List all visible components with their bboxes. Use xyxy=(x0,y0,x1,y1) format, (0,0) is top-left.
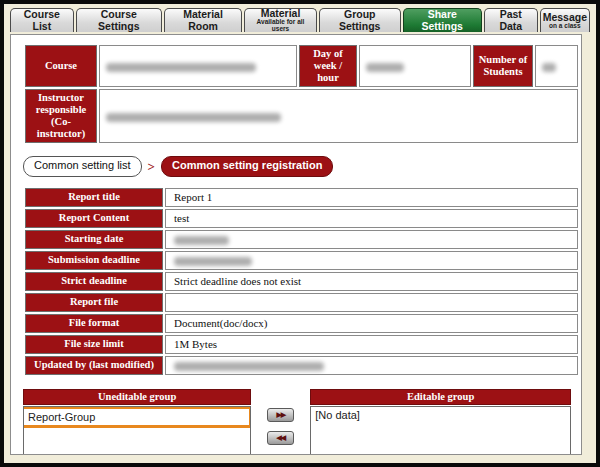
tab-bar: Course ListCourse SettingsMaterial RoomM… xyxy=(4,4,596,32)
tab-label: Course Settings xyxy=(79,9,159,31)
transfer-buttons: ▶▶ ◀◀ xyxy=(251,389,310,445)
editable-group-list[interactable]: [No data] xyxy=(310,406,571,455)
list-item[interactable]: [No data] xyxy=(311,407,570,424)
redacted-value xyxy=(174,362,324,371)
tab-label: Course List xyxy=(13,9,71,31)
redacted-value xyxy=(366,63,404,72)
content-panel: Course Day of week / hour Number of Stud… xyxy=(10,34,582,455)
table-row: Course Day of week / hour Number of Stud… xyxy=(25,45,578,87)
tab-label: Message xyxy=(543,12,587,23)
tab-sublabel: Available for all users xyxy=(247,19,314,33)
tab-material[interactable]: MaterialAvailable for all users xyxy=(244,8,317,32)
row-label: Submission deadline xyxy=(25,251,163,270)
move-left-button[interactable]: ◀◀ xyxy=(267,431,294,445)
table-row: Report Contenttest xyxy=(25,209,578,228)
table-row: Starting date xyxy=(25,230,578,249)
redacted-value xyxy=(174,257,252,266)
tab-label: Group Settings xyxy=(322,9,398,31)
app-window: Course ListCourse SettingsMaterial RoomM… xyxy=(0,0,600,467)
row-value: 1M Bytes xyxy=(165,335,578,354)
row-label: Report file xyxy=(25,293,163,312)
row-label: Updated by (last modified) xyxy=(25,356,163,375)
redacted-value xyxy=(106,113,281,122)
instructor-label: Instructor responsible (Co-instructor) xyxy=(25,89,97,143)
tab-material-room[interactable]: Material Room xyxy=(164,8,242,32)
common-setting-registration-button[interactable]: Common setting registration xyxy=(161,156,333,176)
students-value xyxy=(535,45,578,87)
course-header-table: Course Day of week / hour Number of Stud… xyxy=(23,43,580,145)
table-row: File size limit1M Bytes xyxy=(25,335,578,354)
row-label: Starting date xyxy=(25,230,163,249)
table-row: Submission deadline xyxy=(25,251,578,270)
tab-sublabel: on a class xyxy=(549,23,580,30)
table-row: Updated by (last modified) xyxy=(25,356,578,375)
course-value xyxy=(99,45,297,87)
double-right-arrow-icon: ▶▶ xyxy=(276,411,285,418)
table-row: File formatDocument(doc/docx) xyxy=(25,314,578,333)
double-left-arrow-icon: ◀◀ xyxy=(276,434,285,441)
row-label: File size limit xyxy=(25,335,163,354)
tab-past-data[interactable]: Past Data xyxy=(484,8,538,32)
students-label: Number of Students xyxy=(473,45,533,87)
course-label: Course xyxy=(25,45,97,87)
tab-label: Share Settings xyxy=(406,9,479,31)
editable-group-title: Editable group xyxy=(310,389,571,405)
breadcrumb-separator: > xyxy=(148,159,155,175)
tab-label: Past Data xyxy=(487,9,535,31)
report-settings-table: Report titleReport 1Report ContenttestSt… xyxy=(23,186,580,377)
day-of-week-label: Day of week / hour xyxy=(299,45,357,87)
table-row: Report titleReport 1 xyxy=(25,188,578,207)
row-label: Report title xyxy=(25,188,163,207)
row-value xyxy=(165,230,578,249)
row-value xyxy=(165,356,578,375)
table-row: Strict deadlineStrict deadline does not … xyxy=(25,272,578,291)
list-item[interactable]: Report-Group xyxy=(23,406,251,428)
table-row: Report file xyxy=(25,293,578,312)
tab-course-list[interactable]: Course List xyxy=(10,8,74,32)
row-value xyxy=(165,293,578,312)
redacted-value xyxy=(174,236,229,245)
tab-course-settings[interactable]: Course Settings xyxy=(76,8,162,32)
uneditable-group-box: Uneditable group Report-Group xyxy=(23,389,251,455)
row-label: Strict deadline xyxy=(25,272,163,291)
tab-message[interactable]: Messageon a class xyxy=(540,8,590,32)
tab-group-settings[interactable]: Group Settings xyxy=(319,8,401,32)
group-transfer-section: Uneditable group Report-Group ▶▶ ◀◀ Edit… xyxy=(23,389,571,455)
row-value: test xyxy=(165,209,578,228)
row-value xyxy=(165,251,578,270)
common-setting-list-button[interactable]: Common setting list xyxy=(23,156,142,176)
tab-share-settings[interactable]: Share Settings xyxy=(403,8,482,32)
day-of-week-value xyxy=(359,45,471,87)
uneditable-group-list[interactable]: Report-Group xyxy=(23,406,251,455)
table-row: Instructor responsible (Co-instructor) xyxy=(25,89,578,143)
uneditable-group-title: Uneditable group xyxy=(23,389,251,405)
move-right-button[interactable]: ▶▶ xyxy=(267,408,294,422)
row-label: File format xyxy=(25,314,163,333)
row-value: Document(doc/docx) xyxy=(165,314,578,333)
row-label: Report Content xyxy=(25,209,163,228)
breadcrumb: Common setting list > Common setting reg… xyxy=(23,156,571,176)
row-value: Strict deadline does not exist xyxy=(165,272,578,291)
redacted-value xyxy=(542,63,556,72)
redacted-value xyxy=(106,63,256,72)
instructor-value xyxy=(99,89,578,143)
row-value: Report 1 xyxy=(165,188,578,207)
tab-label: Material Room xyxy=(167,9,239,31)
editable-group-box: Editable group [No data] xyxy=(310,389,571,455)
